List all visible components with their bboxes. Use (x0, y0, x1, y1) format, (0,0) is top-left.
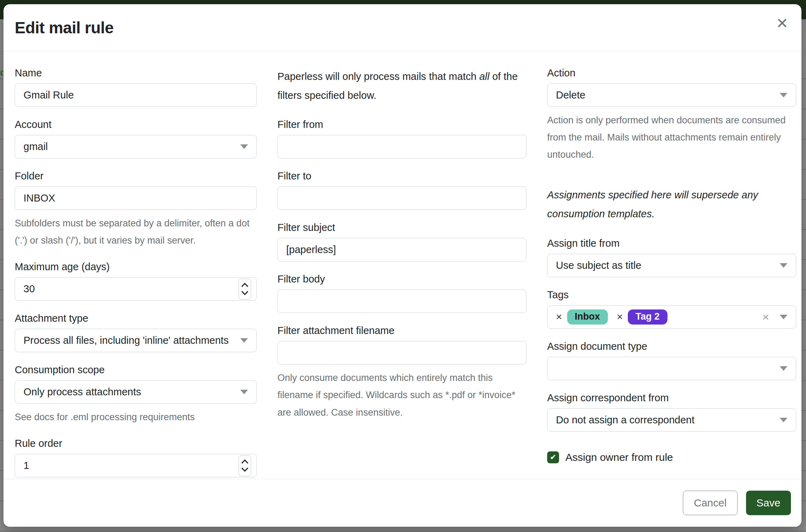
action-help-text: Action is only performed when documents … (547, 112, 796, 163)
chevron-down-icon (780, 93, 787, 97)
assign-title-from-select[interactable]: Use subject as title (547, 254, 796, 277)
maximum-age-input[interactable] (15, 277, 257, 301)
filter-to-group: Filter to (277, 170, 526, 210)
checkbox-checked-icon[interactable]: ✔ (547, 451, 559, 463)
tag-remove-icon[interactable]: × (617, 312, 623, 322)
assign-correspondent-from-group: Assign correspondent from Do not assign … (547, 392, 796, 432)
chevron-down-icon[interactable] (780, 315, 787, 319)
folder-label: Folder (15, 170, 257, 182)
filter-subject-input[interactable] (277, 238, 526, 261)
chevron-down-icon (240, 390, 248, 394)
folder-group: Folder Subfolders must be separated by a… (15, 170, 257, 249)
tags-group: Tags × Inbox × Tag 2 × (547, 289, 796, 329)
maximum-age-label: Maximum age (days) (15, 261, 257, 273)
chevron-down-icon (780, 366, 787, 371)
assignments-note: Assignments specified here will supersed… (547, 186, 796, 223)
assign-title-from-label: Assign title from (547, 238, 796, 249)
tag-remove-icon[interactable]: × (556, 312, 562, 322)
account-label: Account (15, 119, 257, 130)
assign-document-type-select[interactable] (547, 357, 796, 380)
account-select[interactable]: gmail (15, 135, 257, 158)
filter-attachment-filename-input[interactable] (277, 341, 526, 364)
column-action-assignments: Action Delete Action is only performed w… (547, 67, 796, 479)
name-group: Name (15, 67, 257, 107)
intro-emphasis: all (479, 71, 489, 82)
filter-body-group: Filter body (277, 273, 526, 313)
stepper-down-icon[interactable] (241, 288, 248, 295)
consumption-scope-selected-value: Only process attachments (23, 386, 240, 398)
filter-to-input[interactable] (277, 186, 526, 210)
column-filters: Paperless will only process mails that m… (277, 67, 526, 479)
dialog-body: Name Account gmail Folder Subfolders mus… (4, 52, 801, 479)
action-select[interactable]: Delete (547, 83, 796, 107)
dialog-header: Edit mail rule ✕ (4, 4, 801, 52)
consumption-scope-group: Consumption scope Only process attachmen… (15, 364, 257, 426)
attachment-type-selected-value: Process all files, including 'inline' at… (23, 335, 240, 346)
filters-intro-text: Paperless will only process mails that m… (277, 67, 526, 105)
dialog-footer: Cancel Save (4, 479, 801, 527)
filter-attachment-filename-label: Filter attachment filename (277, 325, 526, 336)
filter-subject-group: Filter subject (277, 222, 526, 261)
rule-order-input[interactable] (15, 454, 257, 477)
consumption-scope-label: Consumption scope (15, 364, 257, 376)
tags-label: Tags (547, 289, 796, 301)
chevron-down-icon (240, 144, 248, 149)
attachment-type-label: Attachment type (15, 313, 257, 324)
filter-from-input[interactable] (277, 135, 526, 158)
cancel-button[interactable]: Cancel (683, 491, 737, 515)
filter-attachment-filename-group: Filter attachment filename Only consume … (277, 325, 526, 421)
filter-to-label: Filter to (277, 170, 526, 182)
maximum-age-stepper[interactable] (239, 279, 251, 300)
dialog-title: Edit mail rule (15, 18, 114, 37)
rule-order-label: Rule order (15, 438, 257, 449)
tag-item: × Tag 2 (617, 309, 667, 325)
tags-clear-all-icon[interactable]: × (762, 311, 769, 323)
account-group: Account gmail (15, 119, 257, 158)
rule-order-stepper[interactable] (239, 455, 251, 476)
filter-from-group: Filter from (277, 119, 526, 158)
consumption-scope-select[interactable]: Only process attachments (15, 380, 257, 404)
edit-mail-rule-dialog: Edit mail rule ✕ Name Account gmail Fold… (4, 4, 801, 527)
name-input[interactable] (15, 83, 257, 107)
account-selected-value: gmail (23, 141, 240, 152)
assign-correspondent-from-label: Assign correspondent from (547, 392, 796, 404)
filter-body-label: Filter body (277, 273, 526, 285)
name-label: Name (15, 67, 257, 79)
action-label: Action (547, 67, 796, 79)
assign-title-from-selected-value: Use subject as title (556, 260, 780, 271)
close-icon[interactable]: ✕ (773, 14, 792, 33)
assign-title-from-group: Assign title from Use subject as title (547, 238, 796, 277)
tag-pill-tag2: Tag 2 (628, 309, 667, 325)
folder-help-text: Subfolders must be separated by a delimi… (15, 215, 257, 249)
filter-from-label: Filter from (277, 119, 526, 130)
stepper-down-icon[interactable] (241, 465, 248, 472)
tag-item: × Inbox (556, 309, 608, 325)
tags-multiselect[interactable]: × Inbox × Tag 2 × (547, 305, 796, 329)
attachment-type-group: Attachment type Process all files, inclu… (15, 313, 257, 352)
folder-input[interactable] (15, 186, 257, 210)
filter-subject-label: Filter subject (277, 222, 526, 233)
save-button[interactable]: Save (746, 491, 791, 515)
action-selected-value: Delete (556, 89, 780, 101)
consumption-scope-help-text: See docs for .eml processing requirement… (15, 409, 257, 426)
assign-document-type-group: Assign document type (547, 341, 796, 380)
chevron-down-icon (780, 418, 787, 422)
column-general: Name Account gmail Folder Subfolders mus… (15, 67, 257, 479)
assign-correspondent-from-select[interactable]: Do not assign a correspondent (547, 408, 796, 432)
chevron-down-icon (780, 263, 787, 268)
chevron-down-icon (240, 338, 248, 343)
maximum-age-group: Maximum age (days) (15, 261, 257, 301)
assign-correspondent-from-selected-value: Do not assign a correspondent (556, 414, 780, 426)
assign-owner-checkbox-label[interactable]: Assign owner from rule (565, 451, 673, 463)
tag-pill-inbox: Inbox (567, 309, 608, 325)
filter-attachment-filename-help-text: Only consume documents which entirely ma… (277, 369, 526, 421)
action-group: Action Delete Action is only performed w… (547, 67, 796, 163)
assign-owner-checkbox-row[interactable]: ✔ Assign owner from rule (547, 451, 796, 463)
attachment-type-select[interactable]: Process all files, including 'inline' at… (15, 329, 257, 352)
filter-body-input[interactable] (277, 289, 526, 313)
assign-document-type-label: Assign document type (547, 341, 796, 352)
rule-order-group: Rule order (15, 438, 257, 477)
